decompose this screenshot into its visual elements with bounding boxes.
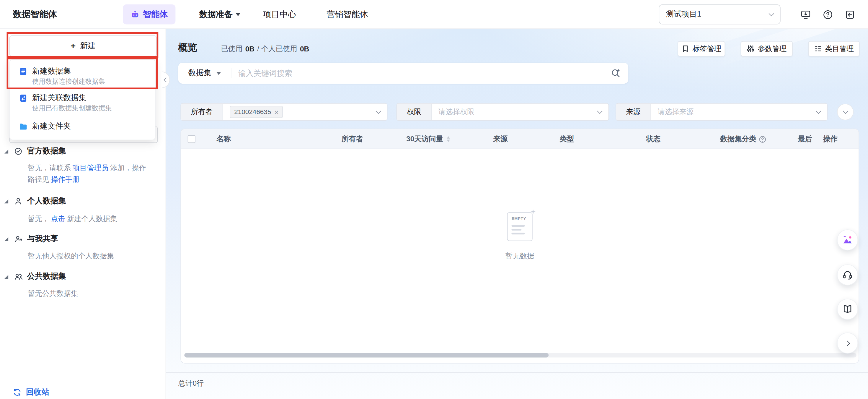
- owner-filter: 所有者 2100246635 ×: [180, 103, 388, 121]
- ai-assistant-button[interactable]: [837, 229, 858, 250]
- tree-expander-icon: [4, 149, 8, 153]
- nav-tab-agent[interactable]: 智能体: [123, 4, 175, 25]
- click-to-create-link[interactable]: 点击: [51, 215, 66, 223]
- permission-filter-select[interactable]: 请选择权限: [432, 104, 609, 120]
- chevron-left-icon: [164, 78, 168, 82]
- sidebar-item-official-datasets[interactable]: 官方数据集: [0, 144, 166, 159]
- menu-item-new-dataset[interactable]: 新建数据集 使用数据连接创建数据集: [10, 63, 155, 90]
- permission-placeholder: 请选择权限: [438, 107, 474, 117]
- empty-state-text: 暂无数据: [505, 251, 534, 261]
- dataset-icon: [19, 67, 28, 76]
- usage-separator: / 个人已使用: [257, 44, 297, 54]
- column-header-type: 类型: [560, 129, 574, 149]
- column-header-actions: 操作: [823, 129, 838, 149]
- recycle-bin-label: 回收站: [26, 388, 49, 398]
- usage-summary: 已使用 0B / 个人已使用 0B: [221, 44, 309, 54]
- source-filter-select[interactable]: 请选择来源: [651, 104, 827, 120]
- sidebar-item-public-datasets[interactable]: 公共数据集: [0, 269, 166, 284]
- recycle-bin-icon: [13, 388, 22, 397]
- console-button[interactable]: [800, 8, 812, 20]
- permission-filter-label: 权限: [397, 104, 432, 120]
- personal-dataset-icon: [14, 197, 23, 206]
- category-manage-button[interactable]: 类目管理: [808, 41, 860, 57]
- nav-tab-data-prep[interactable]: 数据准备: [199, 0, 240, 29]
- column-header-name: 名称: [216, 129, 231, 149]
- tree-expander-icon: [4, 237, 8, 241]
- nav-tab-marketing[interactable]: 营销智能体: [327, 0, 368, 29]
- usage-used-value: 0B: [245, 45, 254, 53]
- horizontal-scrollbar-thumb[interactable]: [184, 353, 549, 357]
- support-button[interactable]: [837, 264, 858, 285]
- menu-item-subtitle: 使用已有数据集创建数据集: [32, 104, 146, 113]
- column-header-visits-label: 30天访问量: [406, 134, 443, 144]
- info-icon[interactable]: [759, 135, 766, 142]
- keyword-search-input[interactable]: [231, 69, 611, 78]
- source-filter: 来源 请选择来源: [616, 103, 828, 121]
- official-dataset-icon: [14, 147, 23, 156]
- page-title: 概览: [178, 41, 197, 54]
- divider: [166, 372, 868, 373]
- app-window: 数据智能体 智能体 数据准备 项目中心 营销智能体 测试项目1: [0, 0, 868, 399]
- recycle-bin-button[interactable]: 回收站: [13, 386, 49, 398]
- empty-doc-label: EMPTY: [512, 217, 526, 221]
- horizontal-scrollbar: [184, 353, 856, 357]
- linked-dataset-icon: [19, 94, 28, 103]
- manual-button[interactable]: [837, 299, 858, 320]
- help-icon: [822, 9, 833, 20]
- menu-item-new-folder[interactable]: 新建文件夹: [10, 116, 155, 137]
- dataset-searchbar: 数据集: [178, 63, 628, 84]
- chevron-down-icon: [597, 109, 602, 114]
- chevron-right-icon: [844, 340, 850, 346]
- sidebar-item-personal-datasets[interactable]: 个人数据集: [0, 194, 166, 208]
- column-header-category-label: 数据集分类: [720, 134, 756, 144]
- nav-tab-project-center-label: 项目中心: [263, 9, 297, 20]
- main-content: 概览 已使用 0B / 个人已使用 0B 标签管理 参数管理 类目管理: [166, 29, 868, 399]
- public-note: 暂无公共数据集: [28, 288, 157, 299]
- note-text: 暂无，: [28, 215, 49, 223]
- category-manage-label: 类目管理: [825, 44, 854, 54]
- total-rows-text: 总计0行: [178, 379, 204, 389]
- nav-tab-agent-label: 智能体: [143, 9, 168, 20]
- sort-icon[interactable]: [447, 136, 450, 142]
- select-all-checkbox[interactable]: [188, 135, 195, 143]
- manual-link[interactable]: 操作手册: [51, 175, 80, 183]
- filter-collapse-button[interactable]: [837, 104, 854, 120]
- owner-filter-select[interactable]: 2100246635 ×: [223, 104, 387, 120]
- chevron-down-icon: [843, 109, 848, 114]
- empty-illustration: EMPTY: [507, 212, 533, 241]
- param-manage-label: 参数管理: [758, 44, 787, 54]
- new-button[interactable]: + 新建: [9, 35, 157, 56]
- folder-icon: [19, 122, 28, 131]
- tag-manage-button[interactable]: 标签管理: [678, 41, 725, 57]
- tag-remove-icon[interactable]: ×: [275, 109, 279, 116]
- menu-item-title: 新建数据集: [32, 66, 71, 77]
- help-button[interactable]: [822, 8, 834, 20]
- search-type-select[interactable]: 数据集: [178, 68, 231, 78]
- dataset-table: 名称 所有者 30天访问量 来源 类型 状态 数据集分类 最后 操作: [180, 129, 859, 364]
- param-manage-button[interactable]: 参数管理: [741, 41, 793, 57]
- expand-panel-button[interactable]: [837, 333, 858, 353]
- nav-tab-marketing-label: 营销智能体: [327, 9, 368, 20]
- search-button[interactable]: [611, 68, 628, 78]
- app-title: 数据智能体: [13, 0, 57, 29]
- plus-icon: +: [70, 41, 76, 51]
- sidebar-item-label: 个人数据集: [27, 196, 66, 206]
- sidebar-item-shared-with-me[interactable]: 与我共享: [0, 232, 166, 246]
- menu-item-title: 新建关联数据集: [32, 93, 87, 103]
- table-header: 名称 所有者 30天访问量 来源 类型 状态 数据集分类 最后 操作: [181, 129, 859, 149]
- column-header-category: 数据集分类: [720, 129, 766, 149]
- project-admin-link[interactable]: 项目管理员: [73, 164, 108, 172]
- usage-personal-value: 0B: [300, 45, 309, 53]
- sparkle-icon: [530, 209, 536, 215]
- chevron-down-icon: [376, 109, 381, 114]
- source-filter-label: 来源: [616, 104, 651, 120]
- sliders-icon: [747, 45, 754, 53]
- shared-icon: [14, 234, 23, 243]
- bookmark-icon: [681, 45, 689, 53]
- menu-item-new-linked-dataset[interactable]: 新建关联数据集 使用已有数据集创建数据集: [10, 90, 155, 116]
- shared-note: 暂无他人授权的个人数据集: [28, 250, 157, 262]
- app-center-button[interactable]: [844, 8, 856, 20]
- project-select[interactable]: 测试项目1: [659, 4, 781, 25]
- owner-tag: 2100246635 ×: [230, 106, 283, 118]
- nav-tab-project-center[interactable]: 项目中心: [263, 0, 297, 29]
